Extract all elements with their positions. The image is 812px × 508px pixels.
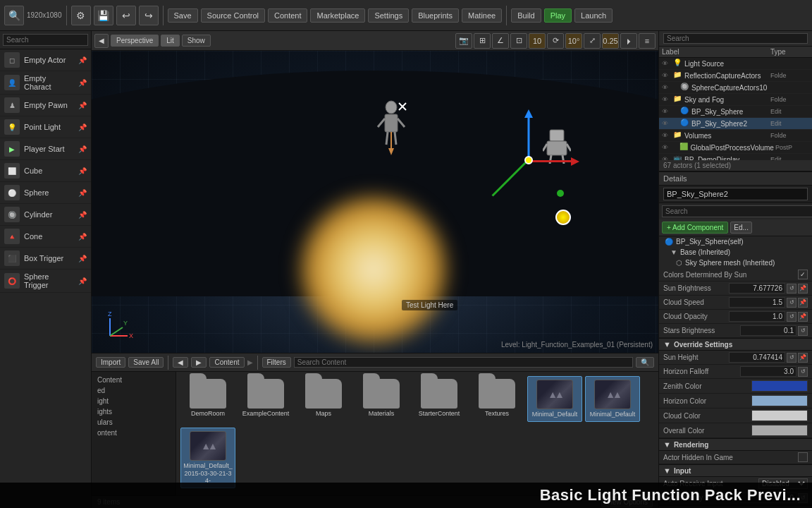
wo-item-sky-sphere[interactable]: 👁 🔵 BP_Sky_Sphere Edit bbox=[659, 106, 812, 118]
left-search-input[interactable] bbox=[3, 34, 88, 46]
launch-button[interactable]: Launch bbox=[574, 8, 613, 23]
angle-10-display[interactable]: 10° bbox=[565, 33, 582, 49]
sidebar-item-cone[interactable]: 🔺 Cone 📌 bbox=[0, 226, 91, 248]
reset-btn[interactable]: ↺ bbox=[787, 284, 796, 294]
wo-item-light-source[interactable]: 👁 💡 Light Source bbox=[659, 58, 812, 70]
file-item-demoroom[interactable]: DemoRoom bbox=[180, 376, 235, 421]
file-item-examplecontent[interactable]: ExampleContent bbox=[238, 376, 293, 421]
override-settings-header[interactable]: ▼ Override Settings bbox=[659, 338, 812, 351]
save-icon[interactable]: 💾 bbox=[94, 6, 113, 25]
search-icon[interactable]: 🔍 bbox=[4, 6, 24, 25]
filters-button[interactable]: Filters bbox=[262, 357, 291, 368]
reset-btn[interactable]: ↺ bbox=[798, 326, 808, 336]
snap-icon[interactable]: ⊡ bbox=[510, 33, 527, 49]
component-root-item[interactable]: 🔵 BP_Sky_Sphere(self) bbox=[659, 236, 812, 247]
sidebar-item-cylinder[interactable]: 🔘 Cylinder 📌 bbox=[0, 204, 91, 226]
zenith-color-swatch[interactable] bbox=[751, 380, 808, 392]
angle-icon[interactable]: ∠ bbox=[492, 33, 509, 49]
undo-icon[interactable]: ↩ bbox=[116, 6, 136, 25]
details-name-input[interactable] bbox=[663, 188, 808, 200]
cb-sidebar-item-ight[interactable]: ight bbox=[94, 396, 173, 406]
pin-btn[interactable]: 📌 bbox=[798, 312, 808, 322]
sidebar-item-point-light[interactable]: 💡 Point Light 📌 bbox=[0, 116, 91, 138]
wo-item-sky-sphere2[interactable]: 👁 🔵 BP_Sky_Sphere2 Edit bbox=[659, 118, 812, 130]
grid-icon[interactable]: ⊞ bbox=[474, 33, 491, 49]
actor-hidden-checkbox[interactable] bbox=[798, 452, 808, 462]
play-viewport-icon[interactable]: ⏵ bbox=[620, 33, 637, 49]
play-button[interactable]: Play bbox=[544, 8, 572, 23]
wo-item-bp-demodisplay[interactable]: 👁 📺 BP_DemoDisplay Edit bbox=[659, 154, 812, 160]
settings-icon[interactable]: ⚙ bbox=[71, 6, 91, 25]
component-sky-mesh-item[interactable]: ⬡ Sky Sphere mesh (Inherited) bbox=[659, 258, 812, 268]
perspective-button[interactable]: Perspective bbox=[111, 35, 159, 47]
reset-btn[interactable]: ↺ bbox=[787, 353, 796, 363]
cb-sidebar-item-ed[interactable]: ed bbox=[94, 385, 173, 396]
file-item-minimal-default-1[interactable]: Minimal_Default bbox=[527, 376, 582, 422]
file-item-materials[interactable]: Materials bbox=[354, 376, 409, 421]
overall-color-swatch[interactable] bbox=[751, 425, 808, 436]
file-item-maps[interactable]: Maps bbox=[296, 376, 351, 421]
lit-button[interactable]: Lit bbox=[161, 35, 180, 47]
cloud-opacity-input[interactable] bbox=[729, 311, 785, 322]
camera-icon[interactable]: 📷 bbox=[455, 33, 472, 49]
wo-item-global-post[interactable]: 👁 🟩 GlobalPostProcessVolume PostP bbox=[659, 142, 812, 154]
blueprints-button[interactable]: Blueprints bbox=[412, 8, 459, 23]
save-button[interactable]: Save bbox=[168, 8, 198, 23]
sidebar-item-empty-character[interactable]: 👤 Empty Charact 📌 bbox=[0, 71, 91, 95]
save-all-button[interactable]: Save All bbox=[128, 357, 164, 368]
nav-back-button[interactable]: ◀ bbox=[173, 357, 188, 368]
add-component-button[interactable]: + Add Component bbox=[662, 222, 728, 234]
component-base-item[interactable]: ▼ Base (Inherited) bbox=[659, 247, 812, 258]
extra-icon[interactable]: ≡ bbox=[639, 33, 656, 49]
sidebar-item-empty-actor[interactable]: ◻ Empty Actor 📌 bbox=[0, 49, 91, 71]
source-control-button[interactable]: Source Control bbox=[201, 8, 265, 23]
details-search-input[interactable] bbox=[662, 205, 812, 217]
rotate-snap-icon[interactable]: ⟳ bbox=[547, 33, 564, 49]
cloud-color-swatch[interactable] bbox=[751, 410, 808, 421]
import-button[interactable]: Import bbox=[96, 357, 125, 368]
cb-sidebar-item-ulars[interactable]: ulars bbox=[94, 417, 173, 428]
file-item-textures[interactable]: Textures bbox=[469, 376, 524, 421]
pin-btn[interactable]: 📌 bbox=[798, 284, 808, 294]
sidebar-item-empty-pawn[interactable]: ♟ Empty Pawn 📌 bbox=[0, 95, 91, 116]
cloud-speed-input[interactable] bbox=[729, 297, 785, 308]
horizon-falloff-input[interactable] bbox=[740, 366, 796, 377]
build-button[interactable]: Build bbox=[511, 8, 541, 23]
content-button[interactable]: Content bbox=[268, 8, 308, 23]
sidebar-item-cube[interactable]: ⬜ Cube 📌 bbox=[0, 160, 91, 182]
redo-icon[interactable]: ↪ bbox=[139, 6, 159, 25]
file-item-startercontent[interactable]: StarterContent bbox=[412, 376, 467, 421]
show-button[interactable]: Show bbox=[182, 35, 211, 47]
wo-item-reflection[interactable]: 👁 📁 ReflectionCaptureActors Folde bbox=[659, 70, 812, 82]
input-section-header[interactable]: ▼ Input bbox=[659, 464, 812, 477]
reset-btn[interactable]: ↺ bbox=[798, 367, 808, 377]
file-item-minimal-default-2[interactable]: Minimal_Default bbox=[585, 376, 640, 422]
rendering-section-header[interactable]: ▼ Rendering bbox=[659, 438, 812, 451]
viewport[interactable]: Z X Y Test Light Here Level: Light_Funct… bbox=[92, 51, 658, 353]
colors-checkbox[interactable]: ✓ bbox=[798, 270, 808, 279]
marketplace-button[interactable]: Marketplace bbox=[310, 8, 365, 23]
wo-item-sky-fog[interactable]: 👁 📁 Sky and Fog Folde bbox=[659, 94, 812, 106]
back-icon[interactable]: ◀ bbox=[94, 34, 109, 48]
reset-btn[interactable]: ↺ bbox=[787, 298, 796, 308]
world-outliner-search[interactable] bbox=[663, 33, 808, 44]
wo-item-volumes[interactable]: 👁 📁 Volumes Folde bbox=[659, 130, 812, 142]
cb-sidebar-item-ontent[interactable]: ontent bbox=[94, 428, 173, 438]
pin-btn[interactable]: 📌 bbox=[798, 353, 808, 363]
horizon-color-swatch[interactable] bbox=[751, 395, 808, 406]
nav-forward-button[interactable]: ▶ bbox=[191, 357, 207, 368]
cb-sidebar-item-ights[interactable]: ights bbox=[94, 406, 173, 417]
file-item-minimal-default-3[interactable]: Minimal_Default_2015-03-30-21-34- bbox=[180, 428, 235, 488]
scale-025-display[interactable]: 0.25 bbox=[602, 33, 619, 49]
stars-brightness-input[interactable] bbox=[740, 325, 796, 336]
wo-item-sphere-capture[interactable]: 👁 🔘 SphereCaptureActors10 bbox=[659, 82, 812, 94]
sidebar-item-sphere[interactable]: ⚪ Sphere 📌 bbox=[0, 182, 91, 204]
reset-btn[interactable]: ↺ bbox=[787, 312, 796, 322]
scale-icon[interactable]: ⤢ bbox=[584, 33, 601, 49]
content-search-input[interactable] bbox=[294, 357, 633, 368]
matinee-button[interactable]: Matinee bbox=[462, 8, 502, 23]
sidebar-item-sphere-trigger[interactable]: ⭕ Sphere Trigger 📌 bbox=[0, 270, 91, 293]
sun-brightness-input[interactable] bbox=[729, 283, 785, 294]
edit-blueprints-button[interactable]: Ed... bbox=[730, 222, 752, 234]
pin-btn[interactable]: 📌 bbox=[798, 298, 808, 308]
